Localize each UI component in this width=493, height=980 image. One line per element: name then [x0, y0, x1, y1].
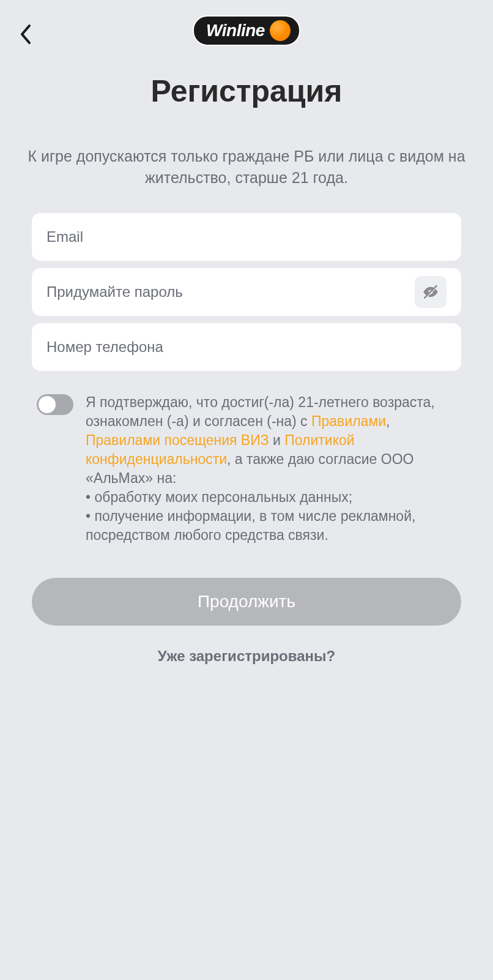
toggle-knob — [39, 396, 56, 413]
viz-rules-link[interactable]: Правилами посещения ВИЗ — [86, 432, 269, 448]
page-title: Регистрация — [0, 73, 493, 109]
email-field-wrapper — [32, 213, 461, 261]
consent-row: Я подтверждаю, что достиг(-ла) 21-летнег… — [32, 393, 461, 545]
email-input[interactable] — [46, 228, 447, 245]
password-input[interactable] — [46, 283, 415, 301]
header: Winline — [0, 0, 493, 61]
consent-toggle[interactable] — [37, 394, 73, 415]
already-registered-link[interactable]: Уже зарегистрированы? — [0, 648, 493, 665]
toggle-password-visibility-button[interactable] — [415, 276, 447, 308]
phone-field-wrapper — [32, 323, 461, 371]
page-subtitle: К игре допускаются только граждане РБ ил… — [0, 146, 493, 189]
consent-text: Я подтверждаю, что достиг(-ла) 21-летнег… — [86, 393, 456, 545]
back-button[interactable] — [18, 23, 33, 48]
eye-off-icon — [422, 283, 439, 301]
chevron-left-icon — [18, 23, 33, 45]
logo-circle-icon — [270, 20, 291, 41]
rules-link[interactable]: Правилами — [311, 413, 386, 429]
logo: Winline — [193, 15, 300, 46]
registration-form: Я подтверждаю, что достиг(-ла) 21-летнег… — [0, 213, 493, 545]
password-field-wrapper — [32, 268, 461, 316]
continue-button[interactable]: Продолжить — [32, 578, 461, 626]
phone-input[interactable] — [46, 339, 447, 356]
logo-text: Winline — [206, 21, 265, 40]
